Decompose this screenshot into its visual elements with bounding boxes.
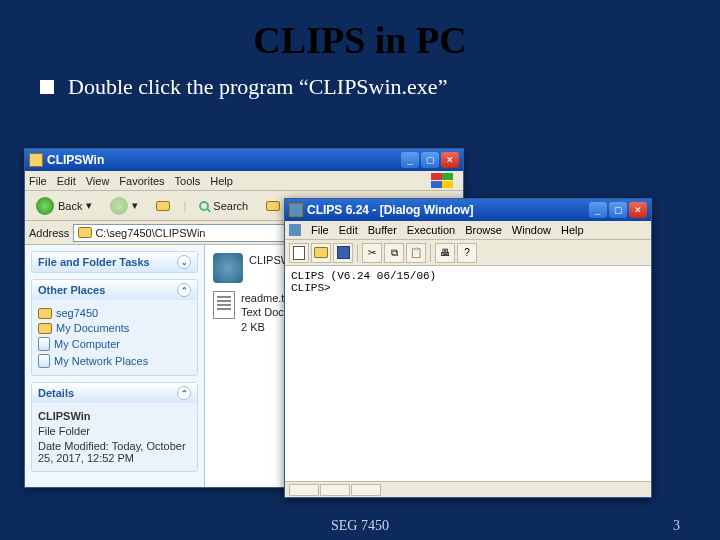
new-button[interactable] [289,243,309,263]
computer-icon [38,337,50,351]
window-buttons: _ ▢ ✕ [589,202,647,218]
details-header[interactable]: Details⌃ [32,383,197,403]
details-box: Details⌃ CLIPSWin File Folder Date Modif… [31,382,198,472]
folder-icon [38,308,52,319]
menu-edit[interactable]: Edit [339,224,358,236]
search-icon [199,201,209,211]
forward-button[interactable]: ▾ [105,194,143,218]
text-file-icon [213,291,235,319]
bullet-row: Double click the program “CLIPSwin.exe” [0,62,720,108]
clips-prompt: CLIPS> [291,282,645,294]
explorer-titlebar[interactable]: CLIPSWin _ ▢ ✕ [25,149,463,171]
other-item[interactable]: seg7450 [38,307,191,319]
details-body: CLIPSWin File Folder Date Modified: Toda… [32,403,197,471]
collapse-icon[interactable]: ⌃ [177,386,191,400]
side-pane: File and Folder Tasks⌄ Other Places⌃ seg… [25,245,205,487]
footer-center: SEG 7450 [331,518,389,534]
file-size: 2 KB [241,321,265,333]
mdi-tabs[interactable] [289,484,381,496]
menu-window[interactable]: Window [512,224,551,236]
other-body: seg7450 My Documents My Computer My Netw… [32,300,197,375]
mdi-icon[interactable] [289,224,301,236]
menu-buffer[interactable]: Buffer [368,224,397,236]
minimize-button[interactable]: _ [401,152,419,168]
clips-window: CLIPS 6.24 - [Dialog Window] _ ▢ ✕ File … [284,198,652,498]
footer-page: 3 [673,518,680,534]
folder-icon [29,153,43,167]
bullet-marker-icon [40,80,54,94]
other-item[interactable]: My Documents [38,322,191,334]
menu-help[interactable]: Help [561,224,584,236]
collapse-icon[interactable]: ⌄ [177,255,191,269]
address-value: C:\seg7450\CLIPSWin [95,227,205,239]
other-item[interactable]: My Computer [38,337,191,351]
search-button[interactable]: Search [194,197,253,215]
menu-browse[interactable]: Browse [465,224,502,236]
explorer-title: CLIPSWin [47,153,401,167]
folder-icon [78,227,92,238]
separator [357,244,358,262]
save-button[interactable] [333,243,353,263]
separator [430,244,431,262]
copy-button[interactable]: ⧉ [384,243,404,263]
clips-statusbar [285,481,651,497]
menu-file[interactable]: File [311,224,329,236]
menu-edit[interactable]: Edit [57,175,76,187]
details-modified: Date Modified: Today, October 25, 2017, … [38,440,191,464]
close-button[interactable]: ✕ [629,202,647,218]
close-button[interactable]: ✕ [441,152,459,168]
back-button[interactable]: Back ▾ [31,194,97,218]
help-button[interactable]: ? [457,243,477,263]
clips-menubar: File Edit Buffer Execution Browse Window… [285,221,651,240]
back-arrow-icon [36,197,54,215]
up-icon [156,201,170,211]
clips-title: CLIPS 6.24 - [Dialog Window] [307,203,589,217]
forward-arrow-icon [110,197,128,215]
folder-icon [38,323,52,334]
details-type: File Folder [38,425,191,437]
clips-dialog[interactable]: CLIPS (V6.24 06/15/06) CLIPS> [285,266,651,481]
menu-favorites[interactable]: Favorites [119,175,164,187]
tasks-header[interactable]: File and Folder Tasks⌄ [32,252,197,272]
other-item[interactable]: My Network Places [38,354,191,368]
exe-icon [213,253,243,283]
collapse-icon[interactable]: ⌃ [177,283,191,297]
slide-title: CLIPS in PC [0,0,720,62]
up-button[interactable] [151,198,175,214]
maximize-button[interactable]: ▢ [609,202,627,218]
window-buttons: _ ▢ ✕ [401,152,459,168]
menu-execution[interactable]: Execution [407,224,455,236]
menu-help[interactable]: Help [210,175,233,187]
network-icon [38,354,50,368]
explorer-menubar: File Edit View Favorites Tools Help [25,171,463,191]
clips-toolbar: ✂ ⧉ 📋 🖶 ? [285,240,651,266]
print-button[interactable]: 🖶 [435,243,455,263]
address-label: Address [29,227,69,239]
cut-button[interactable]: ✂ [362,243,382,263]
details-name: CLIPSWin [38,410,191,422]
clips-banner: CLIPS (V6.24 06/15/06) [291,270,645,282]
other-places-box: Other Places⌃ seg7450 My Documents My Co… [31,279,198,376]
bullet-text: Double click the program “CLIPSwin.exe” [68,74,447,100]
windows-flag-icon [431,173,459,189]
open-button[interactable] [311,243,331,263]
menu-tools[interactable]: Tools [175,175,201,187]
menu-view[interactable]: View [86,175,110,187]
minimize-button[interactable]: _ [589,202,607,218]
tasks-box: File and Folder Tasks⌄ [31,251,198,273]
folders-icon [266,201,280,211]
maximize-button[interactable]: ▢ [421,152,439,168]
clips-app-icon [289,203,303,217]
other-header[interactable]: Other Places⌃ [32,280,197,300]
paste-button[interactable]: 📋 [406,243,426,263]
clips-titlebar[interactable]: CLIPS 6.24 - [Dialog Window] _ ▢ ✕ [285,199,651,221]
menu-file[interactable]: File [29,175,47,187]
